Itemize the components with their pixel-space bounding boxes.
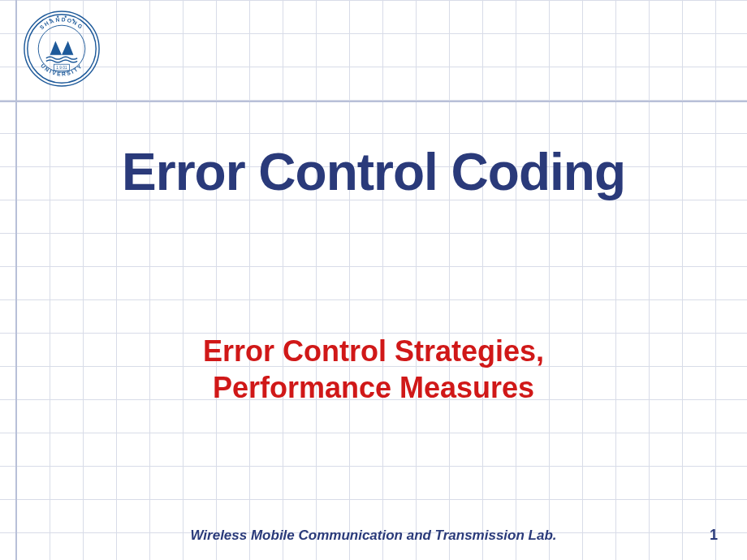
svg-point-8 <box>57 15 58 17</box>
footer-lab-name: Wireless Mobile Communication and Transm… <box>0 528 747 544</box>
svg-point-10 <box>72 19 74 20</box>
slide-subtitle: Error Control Strategies, Performance Me… <box>0 333 747 406</box>
svg-point-7 <box>49 19 50 20</box>
grid-background <box>0 0 747 560</box>
svg-point-9 <box>65 15 67 17</box>
major-gridline-horizontal <box>0 101 747 102</box>
subtitle-line-2: Performance Measures <box>213 371 534 404</box>
major-gridline-vertical <box>15 0 17 560</box>
svg-text:1 9 01: 1 9 01 <box>56 66 67 70</box>
subtitle-line-1: Error Control Strategies, <box>203 334 544 368</box>
logo-svg: 1 9 01 SHANDONG UNIVERSITY <box>23 10 101 88</box>
slide-title: Error Control Coding <box>0 142 747 202</box>
page-number: 1 <box>710 527 718 544</box>
university-logo: 1 9 01 SHANDONG UNIVERSITY <box>23 10 101 88</box>
